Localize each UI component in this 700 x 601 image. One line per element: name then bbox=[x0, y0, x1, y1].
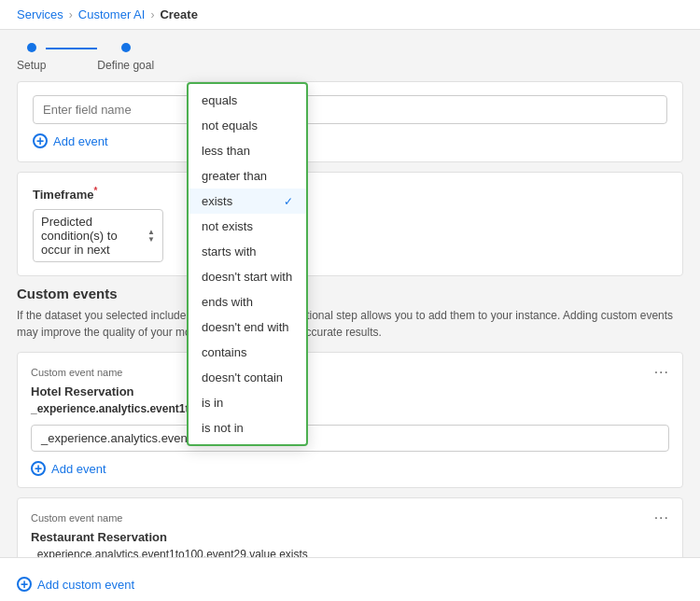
field-name-card: + Add event bbox=[17, 81, 683, 162]
step-define-goal-label: Define goal bbox=[97, 59, 154, 72]
add-event-label: Add event bbox=[53, 134, 108, 148]
step-setup-dot bbox=[27, 43, 36, 52]
add-event-card-0-button[interactable]: + Add event bbox=[31, 461, 106, 476]
spinner-down[interactable]: ▼ bbox=[147, 236, 155, 244]
breadcrumb-services[interactable]: Services bbox=[17, 7, 63, 21]
custom-event-menu-1[interactable]: ··· bbox=[654, 510, 669, 526]
bottom-bar: + Add custom event bbox=[0, 557, 700, 601]
condition-dropdown: equalsnot equalsless thangreater thanexi… bbox=[187, 82, 308, 446]
add-custom-event-plus-icon: + bbox=[17, 577, 32, 592]
field-name-input[interactable] bbox=[33, 95, 667, 124]
main-content: Setup Define goal + Add event Timeframe*… bbox=[0, 30, 700, 601]
custom-event-card-0: Custom event name ··· Hotel Reservation … bbox=[17, 352, 683, 488]
custom-event-header-1: Custom event name ··· bbox=[31, 510, 669, 526]
timeframe-spinner[interactable]: ▲ ▼ bbox=[147, 229, 155, 244]
add-event-plus-icon: + bbox=[33, 133, 48, 148]
custom-events-desc: If the dataset you selected includes cus… bbox=[17, 307, 683, 341]
dropdown-item-0[interactable]: equals bbox=[189, 88, 306, 113]
custom-event-label-1: Custom event name bbox=[31, 512, 122, 524]
dropdown-item-9[interactable]: doesn't end with bbox=[189, 314, 306, 340]
step-connector bbox=[46, 48, 97, 49]
timeframe-title: Timeframe* bbox=[33, 186, 667, 202]
timeframe-input-text: Predicted condition(s) to occur in next bbox=[41, 215, 144, 257]
add-custom-event-button[interactable]: + Add custom event bbox=[17, 577, 134, 592]
custom-event-header-0: Custom event name ··· bbox=[31, 364, 669, 381]
custom-event-name-0: Hotel Reservation bbox=[31, 384, 669, 398]
dropdown-item-5[interactable]: not exists bbox=[189, 214, 306, 239]
breadcrumb-create: Create bbox=[160, 7, 197, 21]
dropdown-item-8[interactable]: ends with bbox=[189, 289, 306, 314]
breadcrumb-sep-2: › bbox=[150, 8, 154, 21]
custom-event-name-1: Restaurant Reservation bbox=[31, 530, 669, 544]
step-setup-label: Setup bbox=[17, 59, 46, 72]
breadcrumb-sep-1: › bbox=[69, 8, 73, 21]
timeframe-row: Predicted condition(s) to occur in next … bbox=[33, 209, 667, 262]
step-setup: Setup bbox=[17, 43, 46, 72]
add-event-card-0-label: Add event bbox=[51, 462, 106, 476]
dropdown-item-13[interactable]: is not in bbox=[189, 415, 306, 440]
add-event-card-0-plus-icon: + bbox=[31, 461, 46, 476]
add-event-button[interactable]: + Add event bbox=[33, 133, 108, 148]
breadcrumb: Services › Customer AI › Create bbox=[0, 0, 700, 30]
check-icon-4: ✓ bbox=[284, 195, 293, 208]
add-custom-event-label: Add custom event bbox=[37, 578, 134, 592]
event-row-0: _experience.analytics.event1to1... ▼ exi… bbox=[31, 425, 669, 452]
timeframe-card: Timeframe* Predicted condition(s) to occ… bbox=[17, 172, 683, 276]
dropdown-item-12[interactable]: is in bbox=[189, 390, 306, 415]
dropdown-item-4[interactable]: exists✓ bbox=[189, 189, 306, 214]
step-define-goal-dot bbox=[121, 43, 131, 52]
breadcrumb-customer-ai[interactable]: Customer AI bbox=[78, 7, 146, 21]
custom-event-menu-0[interactable]: ··· bbox=[654, 364, 669, 381]
timeframe-input[interactable]: Predicted condition(s) to occur in next … bbox=[33, 209, 163, 262]
dropdown-item-6[interactable]: starts with bbox=[189, 239, 306, 264]
custom-events-section: Custom events If the dataset you selecte… bbox=[17, 286, 683, 601]
dropdown-item-1[interactable]: not equals bbox=[189, 113, 306, 138]
custom-events-title: Custom events bbox=[17, 286, 683, 301]
progress-steps: Setup Define goal bbox=[17, 30, 683, 81]
dropdown-item-3[interactable]: greater than bbox=[189, 163, 306, 189]
dropdown-item-11[interactable]: doesn't contain bbox=[189, 365, 306, 390]
dropdown-item-7[interactable]: doesn't start with bbox=[189, 264, 306, 289]
dropdown-item-10[interactable]: contains bbox=[189, 340, 306, 365]
custom-event-label-0: Custom event name bbox=[31, 367, 122, 378]
dropdown-item-2[interactable]: less than bbox=[189, 138, 306, 163]
step-define-goal: Define goal bbox=[97, 43, 154, 72]
custom-event-value-0: _experience.analytics.event1to100.event8 bbox=[31, 402, 669, 415]
